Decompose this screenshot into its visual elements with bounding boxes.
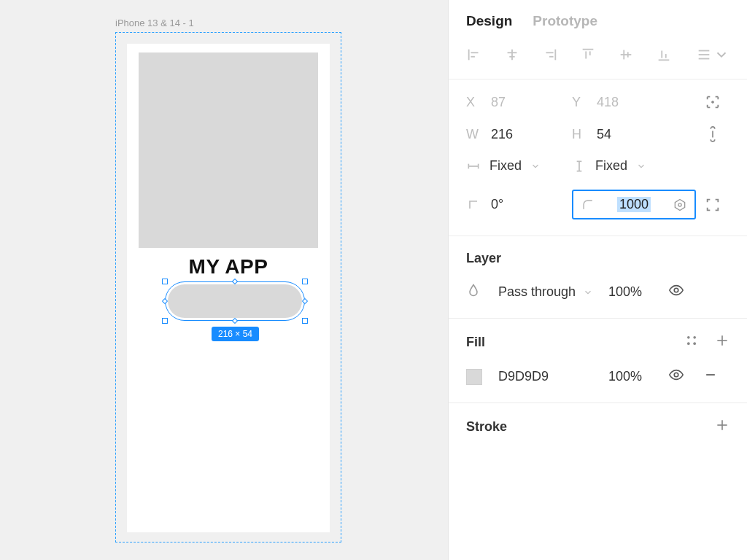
align-top-icon[interactable] [580,47,596,63]
lock-aspect-icon[interactable] [696,126,729,142]
pill-button-shape[interactable] [168,284,302,318]
layer-section: Layer Pass through 100% [449,236,747,319]
align-bottom-icon[interactable] [656,47,672,63]
layer-opacity-value[interactable]: 100% [608,284,659,300]
x-field[interactable]: X 87 [466,95,572,110]
align-right-icon[interactable] [542,47,558,63]
layer-title: Layer [466,251,729,266]
panel-tabs: Design Prototype [449,0,747,39]
absolute-position-icon[interactable] [696,94,729,110]
vertical-constraint-value: Fixed [595,158,627,174]
align-left-icon[interactable] [466,47,482,63]
fill-color-hex[interactable]: D9D9D9 [498,369,600,384]
w-label: W [466,127,481,142]
horizontal-constraint[interactable]: Fixed [466,158,572,174]
h-label: H [572,127,587,142]
fill-title: Fill [466,335,485,350]
svg-point-35 [693,342,696,345]
tab-prototype[interactable]: Prototype [533,13,597,29]
canvas-area[interactable]: iPhone 13 & 14 - 1 MY APP 216 × 54 [0,0,448,560]
visibility-toggle-icon[interactable] [668,282,694,302]
alignment-toolbar [449,39,747,79]
height-field[interactable]: H 54 [572,127,696,142]
placeholder-rectangle[interactable] [139,52,318,248]
blend-mode-value: Pass through [498,284,576,300]
blend-mode-icon[interactable] [466,283,489,301]
tab-design[interactable]: Design [466,13,512,29]
independent-corners-icon[interactable] [696,197,729,213]
fill-opacity-value[interactable]: 100% [608,369,659,384]
vertical-constraint[interactable]: Fixed [572,158,696,174]
corner-radius-field[interactable]: 1000 [572,190,696,219]
distribute-icon[interactable] [696,47,729,63]
stroke-title: Stroke [466,419,507,435]
horizontal-constraint-value: Fixed [489,158,522,174]
fill-styles-icon[interactable] [684,333,699,351]
fill-section: Fill D9D9D9 100% [449,319,747,403]
fill-visibility-icon[interactable] [668,367,694,386]
rotation-value[interactable]: 0° [491,197,503,212]
blend-mode-select[interactable]: Pass through [498,284,600,300]
w-value[interactable]: 216 [491,127,513,142]
svg-point-30 [678,203,681,206]
h-value[interactable]: 54 [597,127,611,142]
svg-point-32 [687,336,690,339]
align-hcenter-icon[interactable] [504,47,520,63]
svg-point-33 [693,336,696,339]
width-field[interactable]: W 216 [466,127,572,142]
svg-point-34 [687,342,690,345]
transform-section: X 87 Y 418 W 216 H 54 F [449,79,747,236]
remove-fill-icon[interactable] [703,368,729,386]
add-stroke-icon[interactable] [715,418,729,435]
smoothing-icon[interactable] [673,198,687,212]
x-value[interactable]: 87 [491,95,506,110]
svg-marker-29 [675,199,684,210]
fill-color-swatch[interactable] [466,369,482,385]
inspector-panel: Design Prototype X 87 Y 418 W 21 [448,0,747,560]
y-value[interactable]: 418 [597,95,619,110]
svg-point-31 [674,288,678,292]
frame-label[interactable]: iPhone 13 & 14 - 1 [115,18,194,28]
rotation-field[interactable]: 0° [466,197,572,212]
selection-dimensions-badge: 216 × 54 [212,327,259,341]
stroke-section: Stroke [449,403,747,450]
y-field[interactable]: Y 418 [572,95,696,110]
add-fill-icon[interactable] [715,333,729,351]
svg-point-38 [674,373,678,377]
x-label: X [466,95,481,110]
corner-radius-value[interactable]: 1000 [617,197,651,212]
align-vcenter-icon[interactable] [618,47,634,63]
y-label: Y [572,95,587,110]
app-title-text[interactable]: MY APP [115,255,341,279]
